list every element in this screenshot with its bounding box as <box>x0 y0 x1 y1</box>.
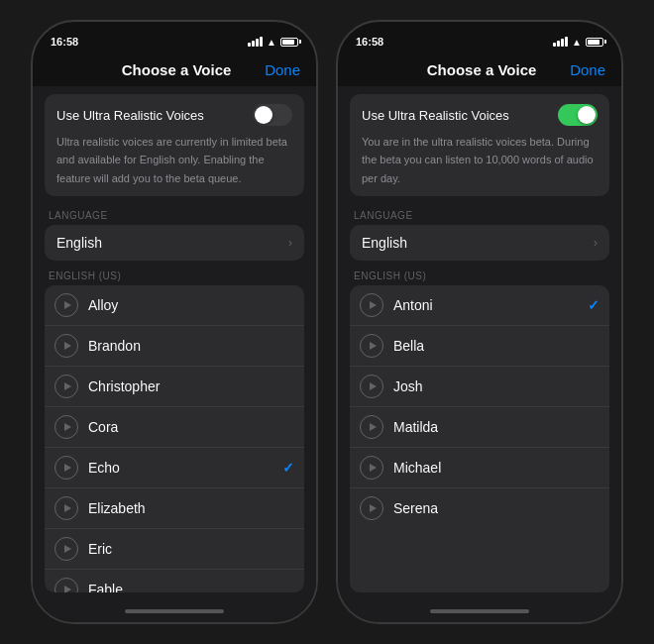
play-button[interactable] <box>360 415 383 439</box>
list-item[interactable]: Elizabeth <box>45 488 304 529</box>
battery-left <box>280 38 298 47</box>
voice-name: Cora <box>88 419 294 435</box>
play-button[interactable] <box>54 578 78 592</box>
list-item[interactable]: Fable <box>45 570 304 592</box>
language-row-right[interactable]: English › <box>350 225 609 261</box>
home-bar-right <box>430 609 529 613</box>
voice-name: Josh <box>393 378 600 394</box>
list-item[interactable]: Michael <box>350 448 609 488</box>
wifi-left: ▲ <box>267 37 276 48</box>
status-icons-left: ▲ <box>248 37 298 48</box>
signal-left <box>248 37 263 47</box>
toggle-switch-right[interactable] <box>558 104 598 126</box>
list-item[interactable]: Josh <box>350 367 609 407</box>
selected-checkmark: ✓ <box>588 297 600 313</box>
voice-name: Echo <box>88 460 272 476</box>
list-item[interactable]: Bella <box>350 326 609 367</box>
voice-name: Eric <box>88 541 294 557</box>
notch-left <box>120 22 229 44</box>
language-value-right: English <box>362 235 407 251</box>
title-right: Choose a Voice <box>427 61 537 78</box>
voice-name: Matilda <box>393 419 600 435</box>
toggle-label-left: Use Ultra Realistic Voices <box>56 108 204 123</box>
list-item[interactable]: Serena <box>350 488 609 528</box>
voice-name: Bella <box>393 338 600 354</box>
voices-label-left: ENGLISH (US) <box>33 265 316 285</box>
toggle-label-right: Use Ultra Realistic Voices <box>362 108 509 123</box>
phone-right: 16:58 ▲ Choose a Voice Done Use Ultra Re… <box>336 20 623 624</box>
language-section-label-left: LANGUAGE <box>33 204 316 225</box>
voice-name: Elizabeth <box>88 500 294 516</box>
voice-name: Antoni <box>393 297 578 313</box>
voices-label-right: ENGLISH (US) <box>338 265 621 285</box>
play-button[interactable] <box>54 375 78 398</box>
toggle-row-right: Use Ultra Realistic Voices <box>362 104 598 126</box>
voice-name: Serena <box>393 500 600 516</box>
voice-name: Brandon <box>88 338 294 354</box>
chevron-right-left: › <box>288 236 292 250</box>
selected-checkmark: ✓ <box>282 460 294 476</box>
signal-right <box>553 37 568 47</box>
list-item[interactable]: Christopher <box>45 367 304 407</box>
voices-list-left: Alloy Brandon Christopher Cora Echo ✓ <box>45 285 304 592</box>
voice-name: Fable <box>88 582 294 592</box>
toggle-knob-left <box>255 106 272 124</box>
wifi-right: ▲ <box>572 37 582 48</box>
voice-name: Michael <box>393 460 600 476</box>
voice-name: Christopher <box>88 378 294 394</box>
phone-left: 16:58 ▲ Choose a Voice Done Use Ultra Re… <box>31 20 318 624</box>
language-section-label-right: LANGUAGE <box>338 204 621 225</box>
toggle-section-right: Use Ultra Realistic Voices You are in th… <box>350 94 609 196</box>
play-button[interactable] <box>360 456 383 480</box>
notch-right <box>425 22 534 44</box>
toggle-desc-right: You are in the ultra realistic voices be… <box>362 136 594 184</box>
list-item[interactable]: Antoni ✓ <box>350 285 609 326</box>
voice-name: Alloy <box>88 297 294 313</box>
language-value-left: English <box>56 235 102 251</box>
screen-right: Use Ultra Realistic Voices You are in th… <box>338 86 621 600</box>
play-button[interactable] <box>360 293 383 317</box>
play-button[interactable] <box>54 456 78 480</box>
play-button[interactable] <box>54 334 78 358</box>
play-button[interactable] <box>54 537 78 561</box>
list-item[interactable]: Brandon <box>45 326 304 367</box>
chevron-right-right: › <box>594 236 598 250</box>
list-item[interactable]: Alloy <box>45 285 304 326</box>
title-left: Choose a Voice <box>122 61 232 78</box>
header-right: Choose a Voice Done <box>338 54 621 86</box>
home-bar-left <box>125 609 224 613</box>
voices-list-right: Antoni ✓ Bella Josh Matilda Michael S <box>350 285 609 592</box>
play-button[interactable] <box>360 375 383 398</box>
toggle-knob-right <box>578 106 596 124</box>
toggle-switch-left[interactable] <box>253 104 292 126</box>
play-button[interactable] <box>54 496 78 520</box>
status-icons-right: ▲ <box>553 37 603 48</box>
play-button[interactable] <box>54 293 78 317</box>
list-item[interactable]: Matilda <box>350 407 609 448</box>
toggle-row-left: Use Ultra Realistic Voices <box>56 104 292 126</box>
toggle-desc-left: Ultra realistic voices are currently in … <box>56 136 287 184</box>
list-item[interactable]: Echo ✓ <box>45 448 304 488</box>
done-button-left[interactable]: Done <box>265 61 300 78</box>
play-button[interactable] <box>360 496 383 520</box>
time-right: 16:58 <box>356 36 383 48</box>
header-left: Choose a Voice Done <box>33 54 316 86</box>
done-button-right[interactable]: Done <box>570 61 605 78</box>
home-indicator-right <box>338 600 621 622</box>
screen-left: Use Ultra Realistic Voices Ultra realist… <box>33 86 316 600</box>
play-button[interactable] <box>360 334 383 358</box>
toggle-section-left: Use Ultra Realistic Voices Ultra realist… <box>45 94 304 196</box>
list-item[interactable]: Eric <box>45 529 304 570</box>
language-row-left[interactable]: English › <box>45 225 304 261</box>
home-indicator-left <box>33 600 316 622</box>
list-item[interactable]: Cora <box>45 407 304 448</box>
play-button[interactable] <box>54 415 78 439</box>
battery-right <box>586 38 603 47</box>
time-left: 16:58 <box>51 36 78 48</box>
